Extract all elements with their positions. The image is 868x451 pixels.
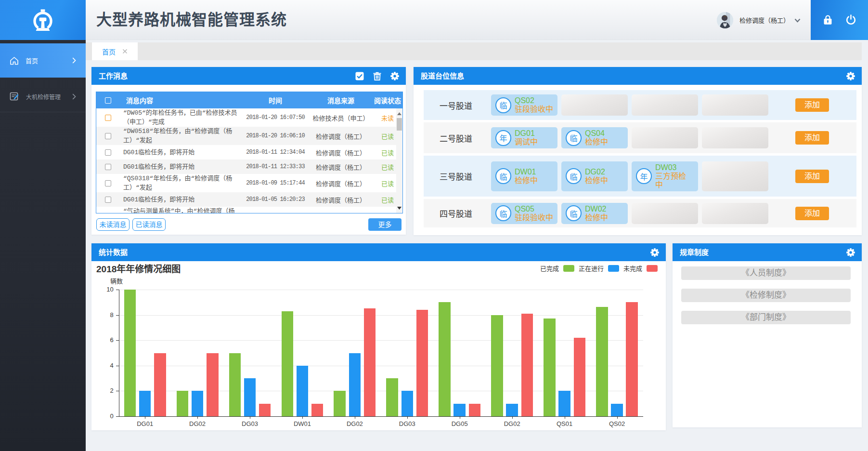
bar-正在进行-DW01-3[interactable] — [297, 366, 309, 416]
scroll-up-icon[interactable] — [396, 110, 402, 117]
row-checkbox[interactable] — [105, 149, 111, 156]
avatar[interactable] — [717, 12, 733, 28]
y-tick-label: 10 — [99, 286, 114, 293]
add-button[interactable]: 添加 — [795, 98, 829, 112]
y-tick-label: 4 — [99, 362, 114, 369]
bar-已完成-DW01-3[interactable] — [282, 311, 294, 416]
rule-button[interactable]: 《人员制度》 — [681, 266, 851, 280]
read-messages-button[interactable]: 已读消息 — [132, 218, 166, 231]
track-platform-panel: 股道台位信息 一号股道临QS02驻段验收中添加二号股道年DG01调试中临QS04… — [414, 67, 862, 235]
tab-close-icon[interactable] — [122, 48, 128, 55]
header-checkbox[interactable] — [105, 97, 111, 104]
user-area[interactable]: 检修调度（杨工） — [717, 0, 801, 40]
sidebar-item-label: 大机检修管理 — [26, 93, 61, 101]
bar-已完成-QS01-8[interactable] — [544, 318, 556, 416]
panel-header: 股道台位信息 — [414, 67, 862, 85]
empty-slot — [702, 161, 768, 191]
bar-未完成-DG01-0[interactable] — [154, 353, 166, 417]
bar-未完成-DG03-5[interactable] — [416, 310, 428, 416]
machine-status-card[interactable]: 临QS02驻段验收中 — [491, 94, 557, 116]
bar-正在进行-DG02-1[interactable] — [192, 391, 204, 416]
chevron-down-icon[interactable] — [794, 16, 801, 25]
bar-正在进行-DG01-0[interactable] — [139, 391, 151, 416]
bar-未完成-DG02-7[interactable] — [521, 314, 533, 416]
machine-status-card[interactable]: 临QS04检修中 — [561, 127, 628, 148]
bar-正在进行-DG02-7[interactable] — [506, 404, 518, 416]
bar-已完成-DG02-4[interactable] — [334, 391, 346, 416]
bar-已完成-DG01-0[interactable] — [124, 290, 136, 416]
x-category-label: DW01 — [276, 420, 328, 427]
machine-code: DG01 — [515, 129, 538, 138]
bar-已完成-DG02-1[interactable] — [177, 391, 189, 416]
home-icon — [10, 56, 19, 65]
machine-status-card[interactable]: 临DG02检修中 — [561, 161, 628, 191]
row-checkbox[interactable] — [105, 197, 111, 203]
sidebar-item-home[interactable]: 首页 — [0, 43, 86, 78]
message-row[interactable]: “DW0518“年检任务，由“检修调度（杨工）“发起2018-01-20 16:… — [96, 127, 402, 145]
tab-home[interactable]: 首页 — [92, 42, 138, 60]
bar-正在进行-QS01-8[interactable] — [558, 391, 570, 416]
gear-icon[interactable] — [846, 248, 855, 257]
add-button[interactable]: 添加 — [795, 131, 829, 145]
more-button[interactable]: 更多 — [368, 218, 402, 231]
scrollbar-thumb[interactable] — [397, 118, 402, 131]
message-row[interactable]: “气动与测量系统”中，由“检修调度（杨工）“发起检修调度（杨工）已读 — [96, 207, 402, 213]
select-all-checkbox-icon[interactable] — [355, 72, 364, 80]
bar-正在进行-DG05-6[interactable] — [453, 404, 466, 416]
task-type-badge: 临 — [495, 205, 511, 221]
scroll-down-icon[interactable] — [396, 205, 402, 211]
bar-未完成-DG02-4[interactable] — [364, 308, 376, 416]
message-row[interactable]: DG01临检任务，即将开始2018-01-11 12:33:33检修调度（杨工）… — [96, 159, 402, 174]
row-checkbox[interactable] — [105, 213, 111, 213]
delete-trash-icon[interactable] — [373, 72, 381, 80]
bar-未完成-QS02-9[interactable] — [626, 302, 638, 416]
machine-status-card[interactable]: 临QS05驻段验收中 — [491, 203, 557, 224]
table-scrollbar[interactable] — [396, 108, 402, 213]
message-time: 2018-01-05 16:20:23 — [242, 196, 309, 203]
bar-已完成-QS02-9[interactable] — [596, 307, 608, 416]
message-content: “QS0318“年检任务，由“检修调度（杨工）“发起 — [119, 174, 242, 192]
machine-status-card[interactable]: 年DW03三方预检中 — [632, 161, 698, 191]
gear-icon[interactable] — [390, 72, 399, 80]
bar-未完成-DG03-2[interactable] — [259, 404, 271, 416]
rule-button[interactable]: 《部门制度》 — [681, 311, 851, 324]
bar-未完成-QS01-8[interactable] — [574, 338, 586, 416]
unread-messages-button[interactable]: 未读消息 — [96, 218, 130, 231]
add-button[interactable]: 添加 — [795, 170, 829, 183]
bar-未完成-DG02-1[interactable] — [207, 353, 219, 417]
message-row[interactable]: “DW05“的年检任务书，已由“检修技术员（申工）“完成2018-01-20 1… — [96, 108, 402, 127]
bar-已完成-DG05-6[interactable] — [439, 302, 451, 416]
row-checkbox[interactable] — [105, 180, 111, 186]
bar-正在进行-DG03-2[interactable] — [244, 378, 256, 416]
bar-未完成-DW01-3[interactable] — [311, 404, 324, 416]
track-row: 四号股道临QS05驻段验收中临DW02检修中添加 — [424, 199, 856, 227]
row-checkbox[interactable] — [105, 133, 111, 139]
bar-正在进行-QS02-9[interactable] — [611, 404, 623, 416]
bar-正在进行-DG02-4[interactable] — [349, 353, 361, 417]
gear-icon[interactable] — [846, 72, 855, 80]
message-row[interactable]: DG01临检任务，即将开始2018-01-05 16:20:23检修调度（杨工）… — [96, 192, 402, 207]
track-label: 四号股道 — [440, 207, 492, 219]
bar-已完成-DG03-5[interactable] — [386, 378, 398, 416]
sidebar-item-repair-management[interactable]: 大机检修管理 — [0, 81, 86, 112]
machine-status-card[interactable]: 临DW02检修中 — [561, 203, 628, 224]
row-checkbox[interactable] — [105, 164, 111, 170]
message-row[interactable]: DG01临检任务，即将开始2018-01-11 12:34:04检修调度（杨工）… — [96, 145, 402, 159]
machine-status-card[interactable]: 年DG01调试中 — [491, 127, 557, 148]
power-icon[interactable] — [845, 14, 857, 26]
bar-已完成-DG03-2[interactable] — [229, 353, 241, 417]
x-tick — [617, 416, 618, 419]
statistics-panel: 统计数据 2018年年修情况细图 已完成正在进行未完成 辆数 0246810DG… — [91, 243, 666, 430]
lock-icon[interactable] — [822, 14, 833, 26]
gridline — [119, 290, 643, 290]
bar-未完成-DG05-6[interactable] — [469, 404, 481, 416]
bar-正在进行-DG03-5[interactable] — [402, 391, 414, 416]
machine-status-card[interactable]: 临DW01检修中 — [491, 161, 557, 191]
bar-已完成-DG02-7[interactable] — [491, 315, 503, 416]
row-checkbox[interactable] — [105, 115, 111, 121]
message-row[interactable]: “QS0318“年检任务，由“检修调度（杨工）“发起2018-01-09 15:… — [96, 174, 402, 192]
add-button[interactable]: 添加 — [795, 207, 829, 220]
machine-code: DW01 — [515, 168, 538, 176]
rule-button[interactable]: 《检修制度》 — [681, 289, 851, 302]
logo-block[interactable] — [0, 0, 86, 40]
